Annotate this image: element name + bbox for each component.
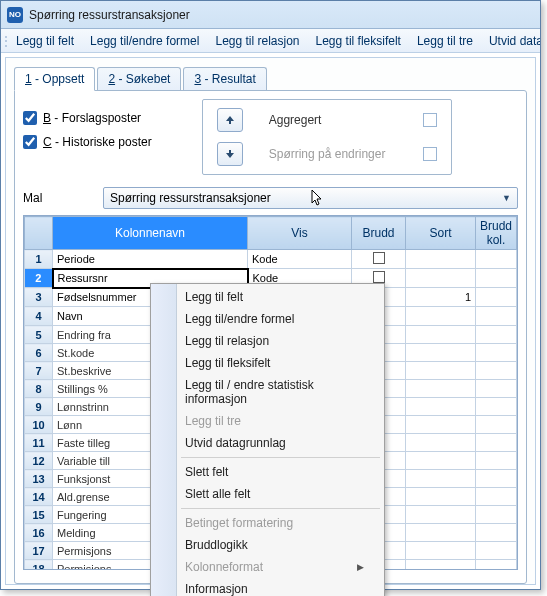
cell-bruddkol[interactable] <box>476 506 517 524</box>
move-up-button[interactable] <box>217 108 243 132</box>
tab-sokebet[interactable]: 2 - Søkebet <box>97 67 181 91</box>
cell-sort[interactable] <box>406 326 476 344</box>
context-item[interactable]: Informasjon <box>151 578 384 596</box>
cell-sort[interactable] <box>406 560 476 571</box>
context-menu: Legg til feltLegg til/endre formelLegg t… <box>150 283 385 596</box>
cell-bruddkol[interactable] <box>476 398 517 416</box>
row-number[interactable]: 16 <box>25 524 53 542</box>
row-number[interactable]: 3 <box>25 288 53 307</box>
cell-sort[interactable] <box>406 506 476 524</box>
context-item[interactable]: Bruddlogikk <box>151 534 384 556</box>
cell-bruddkol[interactable] <box>476 380 517 398</box>
cell-bruddkol[interactable] <box>476 344 517 362</box>
row-number[interactable]: 13 <box>25 470 53 488</box>
cell-bruddkol[interactable] <box>476 269 517 288</box>
move-down-button[interactable] <box>217 142 243 166</box>
cell-sort[interactable] <box>406 398 476 416</box>
cell-bruddkol[interactable] <box>476 326 517 344</box>
cell-bruddkol[interactable] <box>476 542 517 560</box>
menu-fleksifelt[interactable]: Legg til fleksifelt <box>308 32 409 50</box>
context-item[interactable]: Utvid datagrunnlag <box>151 432 384 454</box>
context-item[interactable]: Legg til felt <box>151 286 384 308</box>
header-brudd[interactable]: Brudd <box>352 217 406 250</box>
row-number[interactable]: 14 <box>25 488 53 506</box>
mal-row: Mal Spørring ressurstransaksjoner ▼ <box>23 187 518 209</box>
row-number[interactable]: 8 <box>25 380 53 398</box>
cell-bruddkol[interactable] <box>476 452 517 470</box>
cell-bruddkol[interactable] <box>476 416 517 434</box>
menu-tre[interactable]: Legg til tre <box>409 32 481 50</box>
chk-c-input[interactable] <box>23 135 37 149</box>
cell-brudd[interactable] <box>352 250 406 269</box>
cell-sort[interactable]: 1 <box>406 288 476 307</box>
context-item[interactable]: Slett felt <box>151 461 384 483</box>
cell-sort[interactable] <box>406 250 476 269</box>
context-item[interactable]: Legg til/endre formel <box>151 308 384 330</box>
row-number[interactable]: 17 <box>25 542 53 560</box>
cell-sort[interactable] <box>406 488 476 506</box>
table-row[interactable]: 1PeriodeKode <box>25 250 517 269</box>
row-number[interactable]: 18 <box>25 560 53 571</box>
cell-bruddkol[interactable] <box>476 250 517 269</box>
cell-name[interactable]: Periode <box>53 250 248 269</box>
chk-historiske[interactable]: C - Historiske poster <box>23 135 152 149</box>
context-item[interactable]: Slett alle felt <box>151 483 384 505</box>
menu-endre-formel[interactable]: Legg til/endre formel <box>82 32 207 50</box>
titlebar: NO Spørring ressurstransaksjoner <box>1 1 540 29</box>
cell-sort[interactable] <box>406 452 476 470</box>
cell-sort[interactable] <box>406 434 476 452</box>
cell-bruddkol[interactable] <box>476 524 517 542</box>
row-number[interactable]: 4 <box>25 307 53 326</box>
header-bruddkol[interactable]: Brudd kol. <box>476 217 517 250</box>
cell-sort[interactable] <box>406 380 476 398</box>
cell-bruddkol[interactable] <box>476 307 517 326</box>
cell-sort[interactable] <box>406 307 476 326</box>
row-number[interactable]: 9 <box>25 398 53 416</box>
sporring-endringer-checkbox[interactable] <box>423 147 437 161</box>
row-number[interactable]: 1 <box>25 250 53 269</box>
cell-vis[interactable]: Kode <box>248 250 352 269</box>
header-kolonnenavn[interactable]: Kolonnenavn <box>53 217 248 250</box>
menu-legg-til-felt[interactable]: Legg til felt <box>8 32 82 50</box>
row-number[interactable]: 6 <box>25 344 53 362</box>
row-number[interactable]: 2 <box>25 269 53 288</box>
menu-relasjon[interactable]: Legg til relasjon <box>207 32 307 50</box>
row-number[interactable]: 5 <box>25 326 53 344</box>
cell-bruddkol[interactable] <box>476 434 517 452</box>
cell-bruddkol[interactable] <box>476 288 517 307</box>
row-number[interactable]: 11 <box>25 434 53 452</box>
header-corner[interactable] <box>25 217 53 250</box>
cell-bruddkol[interactable] <box>476 470 517 488</box>
cell-sort[interactable] <box>406 524 476 542</box>
header-vis[interactable]: Vis <box>248 217 352 250</box>
tab-oppsett[interactable]: 1 - Oppsett <box>14 67 95 91</box>
cell-sort[interactable] <box>406 542 476 560</box>
cell-bruddkol[interactable] <box>476 488 517 506</box>
cell-sort[interactable] <box>406 362 476 380</box>
cell-bruddkol[interactable] <box>476 362 517 380</box>
context-item[interactable]: Legg til / endre statistisk informasjon <box>151 374 384 410</box>
context-item-label: Legg til fleksifelt <box>185 356 270 370</box>
cell-bruddkol[interactable] <box>476 560 517 571</box>
context-item[interactable]: Legg til relasjon <box>151 330 384 352</box>
aggregert-checkbox[interactable] <box>423 113 437 127</box>
checkbox-icon[interactable] <box>373 271 385 283</box>
tab-resultat[interactable]: 3 - Resultat <box>183 67 266 91</box>
mal-dropdown[interactable]: Spørring ressurstransaksjoner ▼ <box>103 187 518 209</box>
cell-sort[interactable] <box>406 470 476 488</box>
cell-sort[interactable] <box>406 344 476 362</box>
context-separator <box>181 508 380 509</box>
chk-b-input[interactable] <box>23 111 37 125</box>
header-sort[interactable]: Sort <box>406 217 476 250</box>
context-item-label: Betinget formatering <box>185 516 293 530</box>
chk-forslagsposter[interactable]: B - Forslagsposter <box>23 111 152 125</box>
row-number[interactable]: 12 <box>25 452 53 470</box>
row-number[interactable]: 10 <box>25 416 53 434</box>
cell-sort[interactable] <box>406 416 476 434</box>
context-item[interactable]: Legg til fleksifelt <box>151 352 384 374</box>
menu-utvid[interactable]: Utvid datagrun <box>481 32 540 50</box>
row-number[interactable]: 15 <box>25 506 53 524</box>
row-number[interactable]: 7 <box>25 362 53 380</box>
checkbox-icon[interactable] <box>373 252 385 264</box>
cell-sort[interactable] <box>406 269 476 288</box>
